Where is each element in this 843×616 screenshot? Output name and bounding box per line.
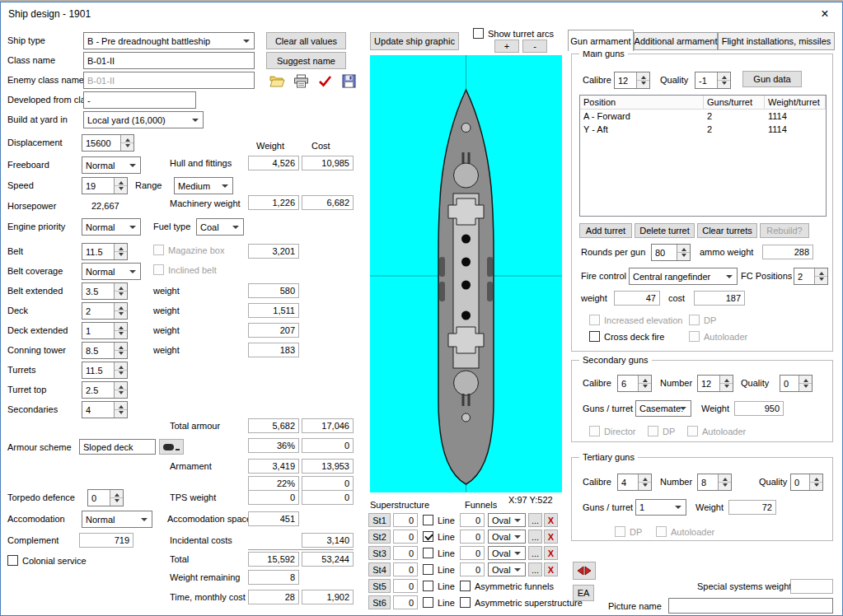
deck-extended-spinner[interactable]: 1 xyxy=(82,322,128,339)
fire-control-dropdown[interactable]: Central rangefinder xyxy=(629,268,738,285)
checkbox-box[interactable] xyxy=(460,581,471,591)
save-icon[interactable] xyxy=(338,72,359,90)
funnel3-config-button[interactable]: ... xyxy=(528,546,542,560)
funnel2-shape-dropdown[interactable]: Oval xyxy=(488,530,526,544)
turret-top-spinner[interactable]: 2.5 xyxy=(82,381,128,399)
suggest-name-button[interactable]: Suggest name xyxy=(266,52,346,69)
secondary-calibre-spinner[interactable]: 6 xyxy=(617,375,652,392)
tab-flight-installations[interactable]: Flight installations, missiles xyxy=(718,32,835,50)
st6-line-checkbox[interactable]: Line xyxy=(423,597,455,608)
torpedo-defence-spinner[interactable]: 0 xyxy=(87,489,124,506)
st5-button[interactable]: St5 xyxy=(368,579,391,593)
tertiary-number-spinner[interactable]: 8 xyxy=(697,474,732,491)
tertiary-quality-spinner[interactable]: 0 xyxy=(790,474,823,491)
armament-percent-weight: 22% xyxy=(248,476,299,491)
st1-line-checkbox[interactable]: Line xyxy=(423,515,455,525)
funnel4-shape-dropdown[interactable]: Oval xyxy=(488,562,526,576)
range-dropdown[interactable]: Medium xyxy=(174,177,233,194)
st1-button[interactable]: St1 xyxy=(368,513,391,527)
open-folder-icon[interactable] xyxy=(266,72,288,90)
ship-graphic-canvas[interactable] xyxy=(370,55,562,492)
clear-all-values-button[interactable]: Clear all values xyxy=(266,32,346,49)
funnel3-delete-button[interactable]: X xyxy=(544,546,558,560)
picture-name-input[interactable] xyxy=(668,598,833,614)
colonial-service-checkbox[interactable]: Colonial service xyxy=(7,555,87,566)
tertiary-guns-turret-dropdown[interactable]: 1 xyxy=(635,499,686,516)
st5-line-checkbox[interactable]: Line xyxy=(423,581,455,591)
navigate-arrows-button[interactable] xyxy=(573,562,596,580)
ship-type-dropdown[interactable]: B - Pre dreadnought battleship xyxy=(83,32,255,49)
tab-additional-armament[interactable]: Additional armament xyxy=(634,32,718,50)
update-ship-graphic-button[interactable]: Update ship graphic xyxy=(370,32,459,50)
checkbox-box[interactable] xyxy=(423,515,433,525)
engine-priority-dropdown[interactable]: Normal xyxy=(82,218,141,236)
tab-gun-armament[interactable]: Gun armament xyxy=(568,30,634,51)
secondary-number-spinner[interactable]: 12 xyxy=(697,375,733,392)
funnel4-delete-button[interactable]: X xyxy=(544,562,558,576)
accomodation-dropdown[interactable]: Normal xyxy=(82,511,152,528)
checkbox-box[interactable] xyxy=(423,548,433,558)
funnel2-delete-button[interactable]: X xyxy=(544,530,558,544)
rounds-per-gun-spinner[interactable]: 80 xyxy=(651,244,691,261)
st4-button[interactable]: St4 xyxy=(368,562,391,576)
checkbox-box[interactable] xyxy=(460,597,471,608)
fuel-type-dropdown[interactable]: Coal xyxy=(196,218,244,236)
deck-spinner[interactable]: 2 xyxy=(82,302,128,320)
build-yard-dropdown[interactable]: Local yard (16,000) xyxy=(83,111,204,128)
funnel1-shape-dropdown[interactable]: Oval xyxy=(488,513,526,527)
clear-turrets-button[interactable]: Clear turrets xyxy=(697,223,757,238)
show-turret-arcs-checkbox[interactable]: Show turret arcs xyxy=(473,28,554,39)
checkbox-box[interactable] xyxy=(473,28,484,39)
armour-scheme-picker-button[interactable] xyxy=(159,439,184,455)
checkbox-box[interactable] xyxy=(423,597,433,608)
checkbox-box[interactable] xyxy=(423,581,433,591)
asymmetric-funnels-checkbox[interactable]: Asymmetric funnels xyxy=(460,581,554,591)
st3-button[interactable]: St3 xyxy=(368,546,391,560)
secondary-guns-turret-dropdown[interactable]: Casemate: xyxy=(635,400,691,417)
ea-button[interactable]: EA xyxy=(573,585,594,601)
checkbox-box xyxy=(153,264,164,275)
zoom-in-button[interactable]: + xyxy=(494,40,519,53)
add-turret-button[interactable]: Add turret xyxy=(579,223,632,238)
belt-coverage-dropdown[interactable]: Normal xyxy=(82,263,141,280)
class-name-input[interactable]: B-01-II xyxy=(83,52,255,69)
turret-table[interactable]: Position Guns/turret Weight/turret A - F… xyxy=(579,95,827,217)
developed-from-input[interactable]: - xyxy=(83,91,196,109)
fc-positions-spinner[interactable]: 2 xyxy=(794,268,828,285)
turrets-armour-spinner[interactable]: 11.5 xyxy=(82,362,128,379)
speed-spinner[interactable]: 19 xyxy=(82,177,128,194)
st4-line-checkbox[interactable]: Line xyxy=(423,564,455,575)
conning-tower-spinner[interactable]: 8.5 xyxy=(82,342,128,359)
secondaries-armour-spinner[interactable]: 4 xyxy=(82,401,128,418)
close-button[interactable]: × xyxy=(809,4,841,24)
checkbox-box[interactable] xyxy=(589,331,600,342)
displacement-spinner[interactable]: 15600 xyxy=(82,134,134,152)
main-calibre-spinner[interactable]: 12 xyxy=(614,72,650,89)
st2-line-checkbox[interactable]: Line xyxy=(423,531,455,542)
turret-row[interactable]: Y - Aft 2 1114 xyxy=(580,123,826,136)
st3-line-checkbox[interactable]: Line xyxy=(423,548,455,558)
zoom-out-button[interactable]: - xyxy=(522,40,547,53)
gun-data-button[interactable]: Gun data xyxy=(742,71,802,87)
cross-deck-fire-checkbox[interactable]: Cross deck fire xyxy=(589,331,664,342)
belt-spinner[interactable]: 11.5 xyxy=(82,243,128,260)
st2-button[interactable]: St2 xyxy=(368,530,391,544)
asymmetric-superstructure-checkbox[interactable]: Asymmetric superstructure xyxy=(460,597,583,608)
print-icon[interactable] xyxy=(290,72,311,90)
freeboard-dropdown[interactable]: Normal xyxy=(82,156,141,174)
checkbox-box[interactable] xyxy=(423,564,433,575)
funnel1-config-button[interactable]: ... xyxy=(528,513,542,527)
delete-turret-button[interactable]: Delete turret xyxy=(635,223,695,238)
funnel3-shape-dropdown[interactable]: Oval xyxy=(488,546,526,560)
secondary-quality-spinner[interactable]: 0 xyxy=(780,375,813,392)
funnel4-config-button[interactable]: ... xyxy=(528,562,542,576)
checkbox-box[interactable] xyxy=(7,555,18,566)
check-validate-icon[interactable] xyxy=(314,72,335,90)
funnel2-config-button[interactable]: ... xyxy=(528,530,542,544)
belt-extended-spinner[interactable]: 3.5 xyxy=(82,282,128,300)
st6-button[interactable]: St6 xyxy=(368,595,391,609)
main-quality-spinner[interactable]: -1 xyxy=(695,72,731,89)
turret-row[interactable]: A - Forward 2 1114 xyxy=(580,110,826,123)
funnel1-delete-button[interactable]: X xyxy=(544,513,558,527)
checkbox-box[interactable] xyxy=(423,531,433,542)
